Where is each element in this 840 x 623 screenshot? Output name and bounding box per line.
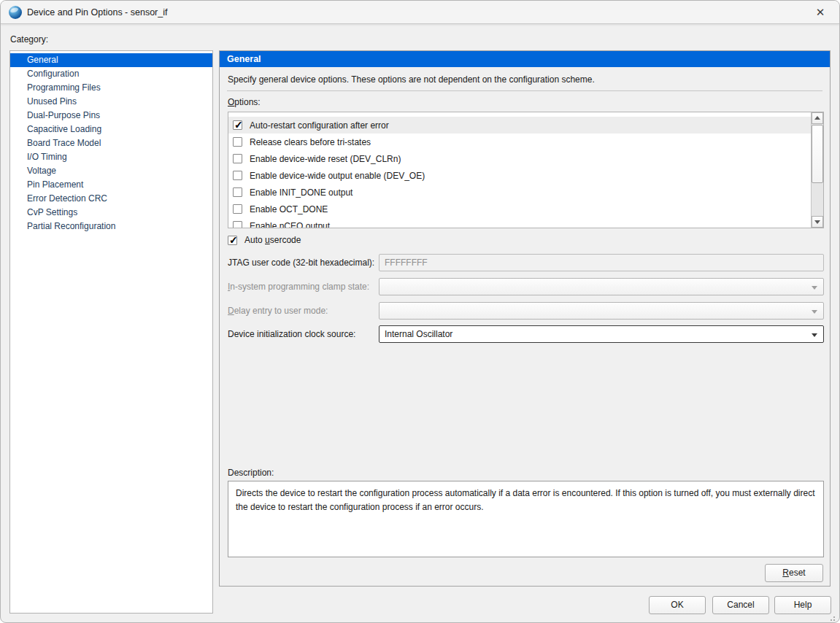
reset-button[interactable]: Reset [765, 564, 823, 582]
quartus-app-icon [9, 6, 22, 19]
category-item[interactable]: CvP Settings [10, 206, 212, 220]
option-label: Enable device-wide reset (DEV_CLRn) [250, 154, 401, 164]
category-item-label: Pin Placement [27, 179, 83, 190]
options-label: Options: [228, 97, 261, 107]
window-title: Device and Pin Options - sensor_if [27, 7, 167, 18]
jtag-user-code-value: FFFFFFFF [385, 258, 428, 268]
option-row[interactable]: Enable INIT_DONE output [228, 184, 811, 201]
category-item[interactable]: Voltage [10, 164, 212, 178]
description-text: Directs the device to restart the config… [236, 488, 815, 512]
scrollbar-thumb[interactable] [812, 125, 823, 183]
option-row[interactable]: Release clears before tri-states [228, 134, 811, 150]
option-row[interactable]: Enable device-wide output enable (DEV_OE… [228, 167, 811, 184]
category-item-label: General [27, 55, 58, 65]
category-label: Category: [10, 34, 48, 44]
category-list[interactable]: General Configuration Programming Files … [9, 50, 213, 614]
resize-grip[interactable] [833, 616, 835, 618]
options-scrollbar[interactable] [811, 112, 823, 228]
panel-header: General [220, 51, 830, 67]
description-label: Description: [228, 468, 274, 478]
scroll-down-button[interactable] [812, 216, 823, 228]
category-item-label: Unused Pins [27, 96, 77, 107]
option-label: Enable device-wide output enable (DEV_OE… [250, 171, 425, 181]
category-item-label: Capacitive Loading [27, 124, 101, 134]
jtag-user-code-field[interactable]: FFFFFFFF [379, 254, 824, 271]
clock-source-value: Internal Oscillator [385, 329, 452, 339]
category-item[interactable]: I/O Timing [10, 150, 212, 164]
category-item[interactable]: Dual-Purpose Pins [10, 109, 212, 123]
option-row[interactable]: Enable OCT_DONE [228, 201, 811, 217]
option-label: Auto-restart configuration after error [250, 120, 389, 131]
category-item-label: I/O Timing [27, 152, 67, 162]
option-checkbox-icon[interactable] [233, 221, 242, 228]
option-checkbox-icon[interactable] [233, 171, 242, 180]
titlebar: Device and Pin Options - sensor_if ✕ [1, 1, 839, 24]
general-panel: General Specify general device options. … [219, 50, 831, 587]
arrow-up-icon [814, 116, 820, 120]
category-item[interactable]: Configuration [10, 67, 212, 81]
option-row[interactable]: Enable nCEO output [228, 217, 811, 228]
category-item[interactable]: Programming Files [10, 81, 212, 95]
option-row[interactable]: Enable device-wide reset (DEV_CLRn) [228, 150, 811, 167]
category-item[interactable]: Capacitive Loading [10, 123, 212, 136]
option-row[interactable]: Auto-restart configuration after error [228, 117, 811, 134]
option-label: Enable INIT_DONE output [250, 187, 352, 198]
category-item-label: Configuration [27, 69, 79, 79]
clock-source-label: Device initialization clock source: [228, 325, 355, 343]
delay-entry-select[interactable] [379, 302, 824, 320]
option-label: Release clears before tri-states [250, 137, 371, 147]
category-item-label: Dual-Purpose Pins [27, 110, 100, 120]
close-icon[interactable]: ✕ [809, 3, 832, 22]
category-item-label: Programming Files [27, 82, 101, 93]
option-checkbox-icon[interactable] [233, 137, 242, 147]
category-item[interactable]: Board Trace Model [10, 136, 212, 150]
category-item[interactable]: Error Detection CRC [10, 192, 212, 206]
category-item-label: Board Trace Model [27, 138, 101, 148]
chevron-down-icon [812, 286, 817, 290]
category-item-label: Voltage [27, 166, 56, 176]
jtag-user-code-label: JTAG user code (32-bit hexadecimal): [228, 254, 374, 271]
auto-usercode-label: Auto usercode [244, 235, 301, 245]
category-item[interactable]: General [10, 53, 212, 67]
auto-usercode-checkbox-icon[interactable] [228, 236, 237, 245]
scroll-up-button[interactable] [812, 112, 823, 124]
option-checkbox-icon[interactable] [233, 204, 242, 214]
device-pin-options-dialog: Device and Pin Options - sensor_if ✕ Cat… [0, 0, 840, 623]
arrow-down-icon [814, 220, 820, 224]
chevron-down-icon [812, 310, 817, 314]
chevron-down-icon [812, 333, 817, 337]
option-label: Enable OCT_DONE [250, 204, 328, 214]
category-item-label: Error Detection CRC [27, 193, 107, 204]
option-label: Enable nCEO output [250, 221, 330, 229]
option-checkbox-icon[interactable] [233, 120, 242, 130]
separator [227, 90, 822, 91]
ok-button[interactable]: OK [649, 596, 706, 614]
options-list[interactable]: Auto-restart configuration after error R… [228, 112, 824, 228]
panel-subtitle: Specify general device options. These op… [228, 74, 821, 85]
delay-entry-label: Delay entry to user mode: [228, 302, 328, 320]
clamp-state-select[interactable] [379, 278, 824, 295]
clock-source-select[interactable]: Internal Oscillator [379, 325, 824, 343]
clamp-state-label: In-system programming clamp state: [228, 278, 369, 295]
category-item-label: Partial Reconfiguration [27, 221, 115, 231]
option-checkbox-icon[interactable] [233, 154, 242, 163]
auto-usercode-row[interactable]: Auto usercode [228, 234, 301, 246]
help-button[interactable]: Help [774, 596, 831, 614]
description-box: Directs the device to restart the config… [228, 481, 824, 557]
category-item[interactable]: Pin Placement [10, 178, 212, 192]
category-item-label: CvP Settings [27, 207, 77, 217]
option-checkbox-icon[interactable] [233, 187, 242, 197]
category-item[interactable]: Unused Pins [10, 95, 212, 109]
cancel-button[interactable]: Cancel [712, 596, 769, 614]
category-item[interactable]: Partial Reconfiguration [10, 220, 212, 233]
